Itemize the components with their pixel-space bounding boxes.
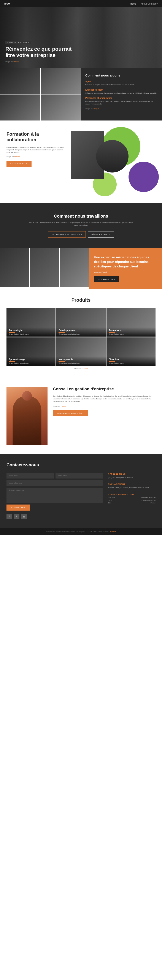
- contact-phone-input[interactable]: [6, 480, 102, 486]
- contact-location-heading: EMPLACEMENT: [108, 483, 156, 485]
- contact-phone-heading: APPELEZ NOUS: [108, 473, 156, 475]
- footer-text: Sample text. Click to start the text box…: [6, 531, 156, 533]
- contact-phone-block: APPELEZ NOUS (234) 567-891 / (234) NGO-4…: [108, 473, 156, 479]
- product-label-2: Formations: [109, 329, 153, 332]
- help-item-agile-text: Devenez plus agile, plus flexible et int…: [85, 84, 158, 86]
- work-text: Simple Text. Lorem ipsum dolor sit amet,…: [27, 221, 135, 226]
- hours-row-1: Sam : 9:00 AM - 2:00 PM: [108, 499, 156, 501]
- expertise-caption: Image de Freepik: [94, 271, 157, 273]
- contact-title: Contactez-nous: [6, 463, 156, 468]
- expertise-img-1: [0, 248, 29, 287]
- circle-person: [96, 140, 129, 172]
- formation-caption: Image de Freepik: [6, 156, 67, 158]
- footer-link[interactable]: Freepik: [110, 531, 116, 533]
- product-line-5: [109, 361, 115, 362]
- products-caption-link[interactable]: Freepik: [82, 368, 88, 369]
- hero-title: Réinventez ce que pourrait être votre en…: [5, 46, 74, 59]
- social-google-icon[interactable]: g: [21, 514, 27, 519]
- formation-title: Formation à la collaboration: [6, 131, 67, 143]
- expertise-caption-link[interactable]: Freepik: [102, 271, 107, 273]
- products-caption: Image de Freepik: [6, 368, 156, 369]
- hours-day-1: Sam :: [108, 499, 113, 501]
- contact-form: SOUMETTRE f i g: [6, 473, 102, 519]
- product-desc-4: Ut amet adipiscing lacinia lorem.: [58, 362, 103, 364]
- product-card-1[interactable]: Développement Ut amet adipiscing lacinia…: [57, 309, 105, 337]
- social-instagram-icon[interactable]: i: [14, 514, 19, 519]
- nav-link-home[interactable]: Home: [130, 2, 136, 5]
- help-item-experience-text: Offrez des expériences client exceptionn…: [85, 92, 158, 94]
- products-grid: Technologie Ut amet facilisis blandit lo…: [6, 309, 156, 366]
- hero-content: CABINET DE CONSEIL Réinventez ce que pou…: [5, 40, 74, 63]
- product-desc-2: Ut amet facilisis lorem.: [109, 333, 153, 335]
- help-image-3: [0, 94, 40, 121]
- contact-location-block: EMPLACEMENT 12 Rura Street, 21 Avenue, N…: [108, 483, 156, 489]
- nav-logo: logo: [4, 2, 10, 5]
- help-caption-link[interactable]: Freepik: [93, 108, 99, 110]
- product-card-2[interactable]: Formations Ut amet facilisis lorem.: [107, 309, 156, 337]
- product-desc-1: Ut amet adipiscing lacinia lorem.: [58, 333, 103, 335]
- work-btn1[interactable]: ENTREPRISES ENLIGNÉ PLUS: [48, 231, 86, 237]
- conseil-text: Sample text. Click to start the text box…: [53, 395, 156, 403]
- contact-name-input[interactable]: [6, 473, 54, 479]
- expertise-section: Une expertise métier et des équipes dédi…: [0, 248, 162, 289]
- conseil-btn[interactable]: COMMENCER VOTRE ÉTAT: [53, 410, 88, 416]
- contact-message-input[interactable]: [6, 488, 102, 503]
- work-buttons: ENTREPRISES ENLIGNÉ PLUS GÉREZ EN DIRECT: [6, 231, 156, 237]
- product-card-5[interactable]: Direction Ut amet facilisis lorem.: [107, 337, 156, 366]
- expertise-img-2: [30, 248, 59, 287]
- product-desc-0: Ut amet facilisis blandit lorem.: [9, 333, 53, 335]
- contact-location-address: 12 Rura Street, 21 Avenue, New York, NY …: [108, 487, 156, 489]
- contact-layout: SOUMETTRE f i g APPELEZ NOUS (234) 567-8…: [6, 473, 156, 519]
- conseil-content: Conseil en gestion d'entreprise Sample t…: [53, 387, 156, 416]
- contact-hours-heading: HEURES D'OUVERTURE: [108, 493, 156, 495]
- nav-links: Home About Company: [130, 2, 158, 5]
- contact-social: f i g: [6, 514, 102, 519]
- hero-tag: CABINET DE CONSEIL: [5, 41, 31, 44]
- product-line-0: [9, 332, 15, 332]
- conseil-section: Conseil en gestion d'entreprise Sample t…: [0, 378, 162, 454]
- product-card-4[interactable]: Notre peuple Ut amet adipiscing lacinia …: [57, 337, 105, 366]
- hero-people-overlay: [65, 7, 162, 68]
- help-item-people-heading: Personnes et organisation: [85, 97, 158, 99]
- navbar: logo Home About Company: [0, 0, 162, 7]
- expertise-title: Une expertise métier et des équipes dédi…: [94, 255, 157, 269]
- help-item-people-text: Améliorez les performances en vous assur…: [85, 100, 158, 105]
- expertise-btn[interactable]: EN SAVOIR PLUS: [94, 276, 119, 282]
- contact-email-input[interactable]: [55, 473, 103, 479]
- help-image-2: [41, 68, 81, 94]
- conseil-caption-link[interactable]: Freepik: [61, 405, 66, 407]
- expertise-images: [0, 248, 89, 289]
- help-item-agile-heading: Agile: [85, 80, 158, 83]
- contact-submit-btn[interactable]: SOUMETTRE: [6, 504, 30, 511]
- formation-caption-link[interactable]: Freepik: [14, 156, 20, 158]
- help-section: Comment nous aidons Agile Devenez plus a…: [0, 68, 162, 121]
- help-item-experience-heading: Expérience client: [85, 89, 158, 91]
- work-btn2[interactable]: GÉREZ EN DIRECT: [88, 231, 114, 237]
- help-item-agile: Agile Devenez plus agile, plus flexible …: [85, 80, 158, 86]
- help-item-experience: Expérience client Offrez des expériences…: [85, 89, 158, 94]
- help-image-1: [0, 68, 40, 94]
- help-images-grid: [0, 68, 81, 121]
- product-card-0[interactable]: Technologie Ut amet facilisis blandit lo…: [6, 309, 55, 337]
- help-content: Comment nous aidons Agile Devenez plus a…: [81, 68, 162, 121]
- hours-time-0: 9:00 AM - 5:30 PM: [141, 497, 156, 499]
- work-section: Comment nous travaillons Simple Text. Lo…: [0, 203, 162, 248]
- product-label-3: Apprentissage: [9, 358, 53, 361]
- hours-row-2: Dim : Fermé: [108, 502, 156, 504]
- formation-content: Formation à la collaboration Luctus sit …: [6, 131, 67, 167]
- nav-link-about[interactable]: About Company: [141, 2, 158, 5]
- social-facebook-icon[interactable]: f: [6, 514, 12, 519]
- product-label-4: Notre peuple: [58, 358, 103, 361]
- help-title: Comment nous aidons: [85, 73, 158, 77]
- conseil-image: [6, 387, 47, 445]
- circle-purple: [129, 162, 159, 192]
- hero-section: CABINET DE CONSEIL Réinventez ce que pou…: [0, 7, 162, 68]
- product-card-3[interactable]: Apprentissage Ut amet facilisis lacinia …: [6, 337, 55, 366]
- help-image-4: [41, 94, 81, 121]
- contact-info: APPELEZ NOUS (234) 567-891 / (234) NGO-4…: [108, 473, 156, 519]
- formation-btn[interactable]: EN SAVOIR PLUS: [6, 161, 31, 167]
- formation-section: Formation à la collaboration Luctus sit …: [0, 121, 162, 203]
- hours-day-0: Lun - Ven :: [108, 497, 116, 499]
- expertise-img-3: [60, 248, 89, 287]
- hero-caption-link[interactable]: Freepik: [13, 61, 19, 63]
